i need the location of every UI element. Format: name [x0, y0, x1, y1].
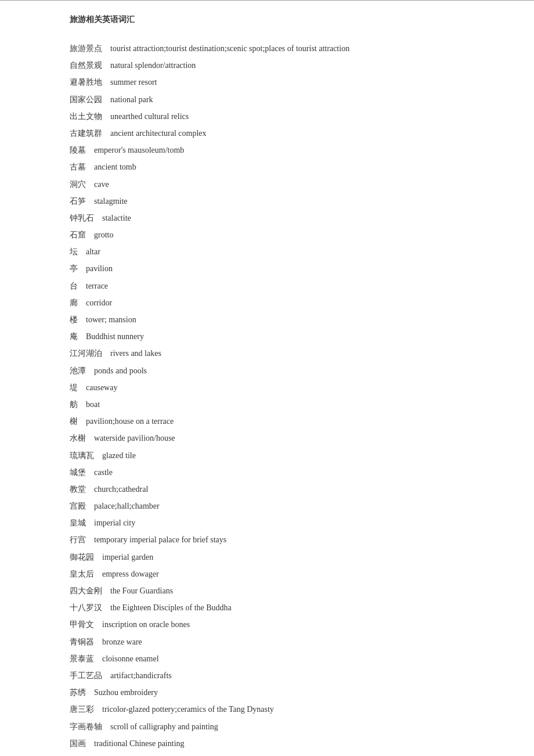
vocab-item: 榭 pavilion;house on a terrace — [70, 414, 499, 429]
vocab-item: 自然景观 natural splendor/attraction — [70, 58, 499, 73]
vocab-item: 十八罗汉 the Eighteen Disciples of the Buddh… — [70, 600, 499, 615]
vocab-item: 青铜器 bronze ware — [70, 635, 499, 649]
vocab-item: 教堂 church;cathedral — [70, 482, 499, 496]
vocab-item: 楼 tower; mansion — [70, 312, 499, 327]
vocab-item: 行宫 temporary imperial palace for brief s… — [70, 532, 499, 547]
vocab-item: 洞穴 cave — [70, 177, 499, 192]
vocab-item: 唐三彩 tricolor-glazed pottery;ceramics of … — [70, 702, 499, 717]
top-divider — [0, 0, 534, 1]
vocab-item: 舫 boat — [70, 397, 499, 412]
vocab-item: 陵墓 emperor's mausoleum/tomb — [70, 143, 499, 157]
vocab-item: 石笋 stalagmite — [70, 194, 499, 208]
vocab-item: 庵 Buddhist nunnery — [70, 329, 499, 344]
vocab-item: 皇城 imperial city — [70, 516, 499, 530]
vocab-item: 古建筑群 ancient architectural complex — [70, 126, 499, 141]
vocab-item: 苏绣 Suzhou embroidery — [70, 685, 499, 700]
vocab-item: 池潭 ponds and pools — [70, 363, 499, 378]
vocab-item: 钟乳石 stalactite — [70, 211, 499, 225]
vocab-item: 亭 pavilion — [70, 261, 499, 276]
vocab-item: 坛 altar — [70, 244, 499, 259]
vocab-item: 国家公园 national park — [70, 92, 499, 107]
vocab-item: 四大金刚 the Four Guardians — [70, 584, 499, 598]
vocab-item: 避暑胜地 summer resort — [70, 75, 499, 89]
vocab-item: 江河湖泊 rivers and lakes — [70, 346, 499, 361]
vocab-item: 城堡 castle — [70, 465, 499, 480]
vocab-item: 字画卷轴 scroll of calligraphy and painting — [70, 719, 499, 734]
vocab-item: 台 terrace — [70, 279, 499, 293]
vocab-item: 廊 corridor — [70, 296, 499, 310]
vocab-item: 出土文物 unearthed cultural relics — [70, 109, 499, 124]
vocab-item: 旅游景点 tourist attraction;tourist destinat… — [70, 41, 499, 56]
vocab-item: 琉璃瓦 glazed tile — [70, 448, 499, 463]
vocab-item: 宫殿 palace;hall;chamber — [70, 499, 499, 513]
vocab-item: 御花园 imperial garden — [70, 550, 499, 564]
vocab-item: 甲骨文 inscription on oracle bones — [70, 617, 499, 632]
page-title: 旅游相关英语词汇 — [70, 15, 534, 25]
vocab-item: 石窟 grotto — [70, 228, 499, 242]
vocab-item: 皇太后 empress dowager — [70, 567, 499, 581]
vocab-item: 国画 traditional Chinese painting — [70, 736, 499, 751]
vocab-list: 旅游景点 tourist attraction;tourist destinat… — [70, 37, 499, 751]
vocab-item: 水榭 waterside pavilion/house — [70, 431, 499, 445]
vocab-item: 堤 causeway — [70, 380, 499, 395]
vocab-item: 古墓 ancient tomb — [70, 160, 499, 174]
vocab-item: 手工艺品 artifact;handicrafts — [70, 668, 499, 683]
vocab-item: 景泰蓝 cloisonne enamel — [70, 651, 499, 666]
